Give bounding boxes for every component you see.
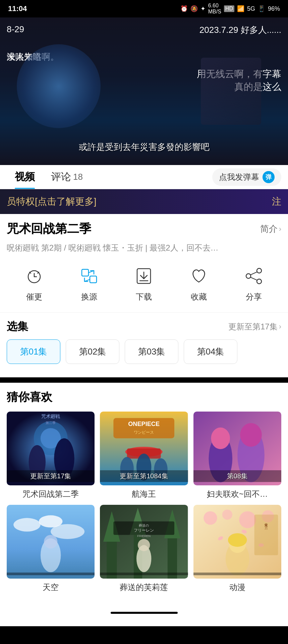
cellular-icon: 📱 bbox=[258, 5, 265, 12]
svg-point-61 bbox=[239, 511, 256, 528]
home-indicator bbox=[111, 612, 178, 614]
episode-btn-4[interactable]: 第04集 bbox=[184, 339, 237, 364]
episode-section-header: 选集 更新至第17集 › bbox=[7, 319, 281, 334]
source-label: 换源 bbox=[81, 291, 97, 302]
danmu-input-btn[interactable]: 点我发弹幕 弹 bbox=[212, 168, 281, 186]
recommend-thumb-frieren: 葬送の フリーレン FRIEREN bbox=[100, 505, 188, 579]
svg-point-44 bbox=[44, 535, 57, 548]
recommend-title: 猜你喜欢 bbox=[7, 389, 281, 405]
svg-text:第二季: 第二季 bbox=[46, 421, 56, 425]
hd-badge: HD bbox=[224, 5, 234, 12]
fufu-badge: 第08集 bbox=[193, 470, 281, 482]
recommend-thumb-sky bbox=[7, 505, 95, 579]
chevron-right-icon-ep: › bbox=[279, 322, 281, 331]
svg-text:葬送の: 葬送の bbox=[139, 524, 149, 527]
svg-point-12 bbox=[257, 268, 262, 273]
action-source[interactable]: 换源 bbox=[77, 264, 101, 302]
recommend-item-frieren[interactable]: 葬送の フリーレン FRIEREN 葬送的芙莉莲 bbox=[100, 505, 188, 593]
intro-link[interactable]: 简介 › bbox=[260, 223, 281, 235]
danmu-comment-2: 2023.7.29 好多人...... bbox=[199, 24, 281, 36]
content-area: 咒术回战第二季 简介 › 呪術廻戦 第2期 / 呪術廻戦 懐玉・玉折 | 最强2… bbox=[0, 214, 288, 377]
recommend-grid: 咒术廻戦 第二季 更新至第17集 咒术回战第二季 bbox=[7, 412, 281, 593]
swap-icon bbox=[77, 264, 101, 288]
tab-video[interactable]: 视频 bbox=[7, 165, 43, 189]
remind-label: 催更 bbox=[26, 291, 42, 302]
recommend-thumb-onepiece: ONEPIECE ワンピース 更新至第1084集 bbox=[100, 412, 188, 485]
frieren-name: 葬送的芙莉莲 bbox=[100, 582, 188, 593]
recommend-item-onepiece[interactable]: ONEPIECE ワンピース 更新至第1084集 航海王 bbox=[100, 412, 188, 499]
episode-btn-2[interactable]: 第02集 bbox=[66, 339, 119, 364]
download-icon bbox=[132, 264, 156, 288]
bluetooth-icon: ✦ bbox=[200, 5, 206, 12]
svg-text:FRIEREN: FRIEREN bbox=[137, 534, 151, 538]
member-banner-text: 员特权[点击了解更多] bbox=[7, 195, 97, 208]
recommend-item-anime3[interactable]: 鬼滅の刃 动漫 bbox=[193, 505, 281, 593]
svg-point-60 bbox=[222, 509, 232, 520]
mute-icon: 🔕 bbox=[190, 5, 198, 12]
svg-rect-50 bbox=[168, 535, 177, 579]
video-scene-element bbox=[201, 58, 261, 125]
svg-point-36 bbox=[211, 427, 230, 449]
download-label: 下载 bbox=[136, 291, 152, 302]
action-share[interactable]: 分享 bbox=[242, 264, 266, 302]
collect-label: 收藏 bbox=[191, 291, 207, 302]
sky-name: 天空 bbox=[7, 582, 95, 593]
episode-btn-3[interactable]: 第03集 bbox=[125, 339, 178, 364]
status-time: 11:04 bbox=[8, 4, 27, 13]
battery-icon: 96% bbox=[268, 5, 280, 12]
recommend-thumb-fufu: 大帰交歓 第08集 bbox=[193, 412, 281, 485]
tags-row: 呪術廻戦 第2期 / 呪術廻戦 懐玉・玉折 | 最强2人，回不去… bbox=[7, 242, 281, 254]
episode-section-title: 选集 bbox=[7, 319, 28, 334]
video-glow-effect bbox=[17, 44, 101, 128]
alarm-icon: ⏰ bbox=[180, 5, 188, 12]
speed-text: 6.60MB/S bbox=[208, 3, 221, 15]
recommend-item-sky[interactable]: 天空 bbox=[7, 505, 95, 593]
svg-rect-6 bbox=[90, 276, 97, 283]
svg-line-15 bbox=[251, 272, 257, 275]
bottom-nav bbox=[0, 599, 288, 626]
video-player[interactable]: 8-29 2023.7.29 好多人...... 来咯来咯 没人知道啊。 用无线… bbox=[0, 17, 288, 165]
recommend-item-jujutsu[interactable]: 咒术廻戦 第二季 更新至第17集 咒术回战第二季 bbox=[7, 412, 95, 499]
status-icons: ⏰ 🔕 ✦ 6.60MB/S HD 📶 5G 📱 96% bbox=[180, 3, 280, 15]
svg-text:咒术廻戦: 咒术廻戦 bbox=[41, 414, 60, 419]
status-bar: 11:04 ⏰ 🔕 ✦ 6.60MB/S HD 📶 5G 📱 96% bbox=[0, 0, 288, 17]
member-banner-action[interactable]: 注 bbox=[272, 195, 281, 208]
svg-point-13 bbox=[246, 274, 251, 278]
danmu-send-icon: 弹 bbox=[263, 171, 275, 183]
svg-line-16 bbox=[251, 277, 257, 280]
title-section: 咒术回战第二季 简介 › bbox=[7, 221, 281, 237]
svg-point-37 bbox=[240, 423, 262, 447]
recommend-thumb-anime3: 鬼滅の刃 bbox=[193, 505, 281, 579]
svg-text:フリーレン: フリーレン bbox=[134, 528, 154, 533]
wifi-icon: 📶 bbox=[237, 5, 244, 12]
svg-rect-69 bbox=[254, 515, 278, 555]
recommend-thumb-jujutsu: 咒术廻戦 第二季 更新至第17集 bbox=[7, 412, 95, 485]
member-banner[interactable]: 员特权[点击了解更多] 注 bbox=[0, 189, 288, 214]
danmu-comment-1: 8-29 bbox=[7, 24, 24, 35]
svg-point-68 bbox=[228, 533, 247, 547]
svg-point-40 bbox=[13, 518, 41, 531]
action-download[interactable]: 下载 bbox=[132, 264, 156, 302]
onepiece-badge: 更新至第1084集 bbox=[100, 470, 188, 482]
divider-1 bbox=[0, 312, 288, 313]
action-collect[interactable]: 收藏 bbox=[187, 264, 211, 302]
share-label: 分享 bbox=[246, 291, 262, 302]
sky-badge bbox=[7, 573, 95, 575]
alarm-icon bbox=[22, 264, 46, 288]
svg-point-59 bbox=[204, 511, 217, 525]
svg-point-14 bbox=[257, 279, 262, 284]
update-info[interactable]: 更新至第17集 › bbox=[228, 321, 281, 332]
action-remind[interactable]: 催更 bbox=[22, 264, 46, 302]
recommend-section: 猜你喜欢 咒术廻戦 bbox=[0, 383, 288, 599]
recommend-item-fufu[interactable]: 大帰交歓 第08集 妇夫联欢~回不… bbox=[193, 412, 281, 499]
jujutsu-name: 咒术回战第二季 bbox=[7, 489, 95, 499]
fufu-name: 妇夫联欢~回不… bbox=[193, 489, 281, 499]
svg-text:ONEPIECE: ONEPIECE bbox=[128, 421, 160, 427]
svg-rect-5 bbox=[82, 269, 89, 276]
share-icon bbox=[242, 264, 266, 288]
episode-btn-1[interactable]: 第01集 bbox=[7, 339, 60, 364]
tab-comment[interactable]: 评论 18 bbox=[43, 165, 91, 189]
action-buttons: 催更 换源 bbox=[7, 264, 281, 302]
anime3-badge bbox=[193, 573, 281, 575]
svg-point-42 bbox=[39, 515, 63, 527]
